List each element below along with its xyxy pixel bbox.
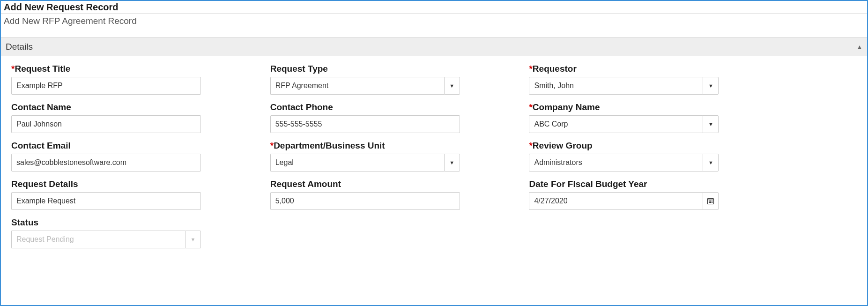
page-title: Add New Request Record	[1, 1, 867, 14]
field-status: Status ▼	[11, 217, 256, 248]
field-contact-name: Contact Name	[11, 102, 256, 133]
input-request-details[interactable]	[11, 192, 201, 210]
field-request-amount: Request Amount	[270, 179, 515, 210]
page-subtitle: Add New RFP Agreement Record	[1, 14, 867, 29]
chevron-down-icon: ▼	[708, 83, 713, 89]
input-request-amount[interactable]	[270, 192, 460, 210]
field-fiscal-date: Date For Fiscal Budget Year	[529, 179, 774, 210]
field-company-name: *Company Name ▼	[529, 102, 774, 133]
svg-point-6	[712, 201, 712, 201]
label-contact-phone: Contact Phone	[270, 102, 515, 112]
input-requestor[interactable]	[529, 77, 703, 95]
label-department: *Department/Business Unit	[270, 141, 515, 151]
dropdown-requestor[interactable]: ▼	[703, 77, 719, 95]
input-status	[11, 231, 185, 248]
dropdown-review-group[interactable]: ▼	[703, 154, 719, 172]
details-form: *Request Title Request Type ▼ *Requestor…	[1, 56, 867, 254]
svg-point-9	[712, 202, 712, 202]
input-request-title[interactable]	[11, 77, 201, 95]
label-status: Status	[11, 217, 256, 228]
field-requestor: *Requestor ▼	[529, 64, 774, 95]
label-request-title: *Request Title	[11, 64, 256, 74]
input-company-name[interactable]	[529, 115, 703, 133]
svg-point-7	[709, 202, 710, 202]
dropdown-status: ▼	[185, 231, 201, 248]
section-header-label: Details	[6, 42, 33, 52]
collapse-icon: ▲	[857, 44, 862, 50]
field-department: *Department/Business Unit ▼	[270, 141, 515, 172]
field-contact-phone: Contact Phone	[270, 102, 515, 133]
input-contact-phone[interactable]	[270, 115, 460, 133]
svg-point-5	[711, 201, 711, 201]
input-contact-email[interactable]	[11, 154, 201, 172]
label-request-details: Request Details	[11, 179, 256, 189]
field-request-details: Request Details	[11, 179, 256, 210]
chevron-down-icon: ▼	[708, 121, 713, 127]
svg-point-4	[709, 201, 710, 201]
input-request-type[interactable]	[270, 77, 444, 95]
label-request-amount: Request Amount	[270, 179, 515, 189]
field-request-title: *Request Title	[11, 64, 256, 95]
label-fiscal-date: Date For Fiscal Budget Year	[529, 179, 774, 189]
section-header-details[interactable]: Details ▲	[1, 37, 867, 56]
calendar-icon	[707, 197, 714, 205]
chevron-down-icon: ▼	[449, 160, 454, 165]
input-department[interactable]	[270, 154, 444, 172]
dropdown-request-type[interactable]: ▼	[444, 77, 460, 95]
chevron-down-icon: ▼	[708, 160, 713, 165]
label-requestor: *Requestor	[529, 64, 774, 74]
input-contact-name[interactable]	[11, 115, 201, 133]
input-review-group[interactable]	[529, 154, 703, 172]
chevron-down-icon: ▼	[449, 83, 454, 89]
label-review-group: *Review Group	[529, 141, 774, 151]
dropdown-company-name[interactable]: ▼	[703, 115, 719, 133]
field-contact-email: Contact Email	[11, 141, 256, 172]
field-review-group: *Review Group ▼	[529, 141, 774, 172]
label-request-type: Request Type	[270, 64, 515, 74]
label-contact-email: Contact Email	[11, 141, 256, 151]
datepicker-fiscal-date[interactable]	[703, 192, 719, 210]
label-company-name: *Company Name	[529, 102, 774, 112]
label-contact-name: Contact Name	[11, 102, 256, 112]
dropdown-department[interactable]: ▼	[444, 154, 460, 172]
input-fiscal-date[interactable]	[529, 192, 703, 210]
svg-point-8	[711, 202, 711, 202]
chevron-down-icon: ▼	[191, 237, 196, 242]
field-request-type: Request Type ▼	[270, 64, 515, 95]
